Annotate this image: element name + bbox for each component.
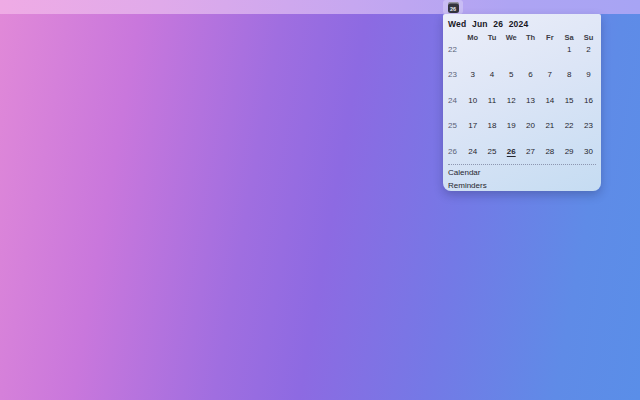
date-cell[interactable]: 14: [540, 95, 559, 120]
date-cell[interactable]: 5: [502, 69, 521, 94]
day-header-we: We: [502, 32, 521, 44]
date-cell[interactable]: 20: [521, 120, 540, 145]
date-cell[interactable]: 13: [521, 95, 540, 120]
date-cell[interactable]: 9: [579, 69, 598, 94]
popup-date-title: Wed Jun 26 2024: [448, 20, 601, 29]
date-cell[interactable]: 6: [521, 69, 540, 94]
week-number: 24: [447, 95, 463, 120]
date-cell[interactable]: 25: [482, 146, 501, 163]
date-cell[interactable]: 23: [579, 120, 598, 145]
date-cell[interactable]: 22: [559, 120, 578, 145]
day-header-sa: Sa: [559, 32, 578, 44]
calendar-grid: Mo Tu We Th Fr Sa Su 22 1 2 23 3 4 5 6 7…: [447, 32, 601, 163]
date-cell: [463, 44, 482, 69]
week-number: 25: [447, 120, 463, 145]
day-header-th: Th: [521, 32, 540, 44]
week-number: 23: [447, 69, 463, 94]
day-header-su: Su: [579, 32, 598, 44]
day-header-mo: Mo: [463, 32, 482, 44]
date-cell[interactable]: 18: [482, 120, 501, 145]
menubar-calendar-item[interactable]: 26: [443, 0, 463, 14]
date-cell-today[interactable]: 26: [502, 146, 521, 163]
date-cell[interactable]: 17: [463, 120, 482, 145]
menubar: [0, 0, 640, 14]
week-number: 26: [447, 146, 463, 163]
date-cell: [482, 44, 501, 69]
calendar-icon: 26: [448, 2, 459, 13]
date-cell[interactable]: 3: [463, 69, 482, 94]
date-cell[interactable]: 4: [482, 69, 501, 94]
date-cell[interactable]: 15: [559, 95, 578, 120]
day-header-fr: Fr: [540, 32, 559, 44]
week-number: 22: [447, 44, 463, 69]
date-cell: [521, 44, 540, 69]
date-cell[interactable]: 16: [579, 95, 598, 120]
date-cell: [502, 44, 521, 69]
date-cell[interactable]: 27: [521, 146, 540, 163]
date-cell[interactable]: 1: [559, 44, 578, 69]
date-cell[interactable]: 11: [482, 95, 501, 120]
date-cell[interactable]: 28: [540, 146, 559, 163]
date-cell[interactable]: 10: [463, 95, 482, 120]
calendar-popup: Wed Jun 26 2024 Mo Tu We Th Fr Sa Su 22 …: [443, 14, 601, 191]
date-cell[interactable]: 24: [463, 146, 482, 163]
menu-item-calendar[interactable]: Calendar: [447, 165, 601, 178]
date-cell[interactable]: 21: [540, 120, 559, 145]
date-cell[interactable]: 12: [502, 95, 521, 120]
date-cell[interactable]: 19: [502, 120, 521, 145]
menu-item-reminders[interactable]: Reminders: [447, 178, 601, 191]
week-column-header: [447, 32, 463, 44]
date-cell[interactable]: 2: [579, 44, 598, 69]
date-cell: [540, 44, 559, 69]
date-cell[interactable]: 7: [540, 69, 559, 94]
day-header-tu: Tu: [482, 32, 501, 44]
date-cell[interactable]: 8: [559, 69, 578, 94]
date-cell[interactable]: 29: [559, 146, 578, 163]
date-cell[interactable]: 30: [579, 146, 598, 163]
